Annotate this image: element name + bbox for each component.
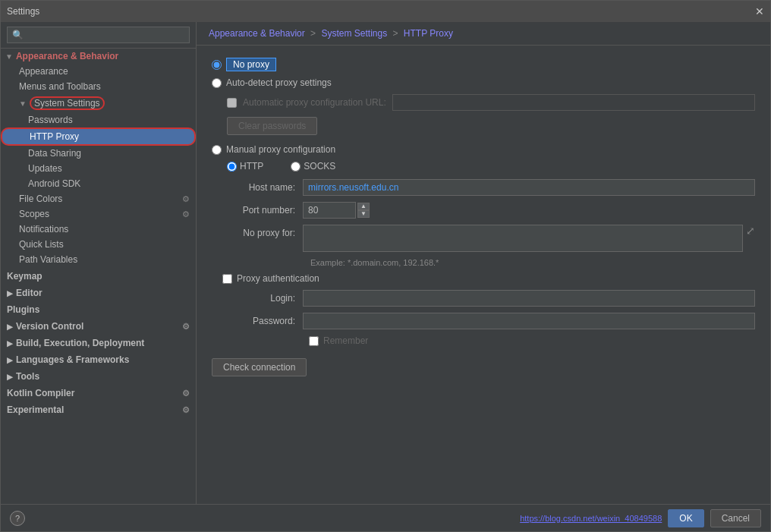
port-spinner: ▲ ▼ [357, 203, 370, 218]
sidebar-item-label: Path Variables [19, 254, 77, 265]
proxy-auth-row: Proxy authentication [222, 273, 755, 284]
cancel-button[interactable]: Cancel [710, 509, 761, 527]
sidebar-item-label: Appearance & Behavior [16, 51, 118, 61]
breadcrumb-part1: Appearance & Behavior [209, 28, 305, 39]
no-proxy-label[interactable]: No proxy [226, 58, 276, 71]
sidebar-item-label: Notifications [19, 224, 68, 235]
remember-checkbox[interactable] [309, 336, 319, 346]
sidebar-item-data-sharing[interactable]: Data Sharing [1, 146, 196, 161]
sidebar-item-kotlin-compiler[interactable]: Kotlin Compiler ⚙ [1, 384, 196, 401]
sidebar-item-label: Keymap [7, 271, 42, 282]
clear-passwords-button[interactable]: Clear passwords [227, 117, 317, 135]
login-label: Login: [212, 293, 303, 304]
sidebar-item-label: Tools [16, 371, 39, 382]
host-row: Host name: [212, 179, 755, 196]
port-label: Port number: [212, 205, 303, 216]
breadcrumb-part3: HTTP Proxy [404, 28, 453, 39]
settings-window: Settings ✕ ▼ Appearance & Behavior Appea… [0, 0, 771, 532]
sidebar-item-appearance-behavior[interactable]: ▼ Appearance & Behavior [1, 49, 196, 64]
sidebar-item-notifications[interactable]: Notifications [1, 222, 196, 237]
auto-detect-radio[interactable] [212, 78, 222, 88]
auto-detect-label[interactable]: Auto-detect proxy settings [226, 77, 332, 88]
remember-label[interactable]: Remember [323, 335, 368, 346]
sidebar-item-system-settings[interactable]: ▼ System Settings [1, 94, 196, 112]
sidebar-item-languages-frameworks[interactable]: ▶ Languages & Frameworks [1, 351, 196, 367]
bottom-bar: ? https://blog.csdn.net/weixin_40849588 … [1, 504, 770, 531]
password-input[interactable] [303, 313, 755, 329]
sidebar-item-keymap[interactable]: Keymap [1, 267, 196, 284]
socks-label[interactable]: SOCKS [304, 161, 335, 172]
http-label[interactable]: HTTP [240, 161, 263, 172]
sidebar-item-quick-lists[interactable]: Quick Lists [1, 237, 196, 252]
sidebar-item-passwords[interactable]: Passwords [1, 112, 196, 127]
sidebar-item-build-execution[interactable]: ▶ Build, Execution, Deployment [1, 334, 196, 351]
sidebar-item-label: Version Control [16, 321, 83, 332]
example-text: Example: *.domain.com, 192.168.* [310, 258, 755, 267]
sidebar-item-label: Build, Execution, Deployment [16, 338, 144, 348]
sidebar-item-file-colors[interactable]: File Colors ⚙ [1, 191, 196, 206]
no-proxy-for-input[interactable] [303, 225, 743, 252]
sidebar-item-plugins[interactable]: Plugins [1, 301, 196, 317]
host-input[interactable] [303, 179, 755, 196]
proxy-auth-checkbox[interactable] [222, 274, 232, 284]
settings-icon: ⚙ [182, 405, 190, 415]
sidebar-item-menus-toolbars[interactable]: Menus and Toolbars [1, 79, 196, 94]
expand-arrow: ▼ [5, 52, 13, 61]
login-input[interactable] [303, 290, 755, 307]
sidebar-item-label: Kotlin Compiler [7, 388, 74, 398]
port-input[interactable] [303, 202, 356, 219]
no-proxy-radio[interactable] [212, 60, 222, 70]
sidebar-item-label: System Settings [30, 96, 105, 110]
sidebar-item-scopes[interactable]: Scopes ⚙ [1, 206, 196, 222]
port-row: Port number: ▲ ▼ [212, 202, 755, 219]
sidebar-item-label: Editor [16, 288, 42, 298]
sidebar-item-label: Passwords [28, 115, 73, 125]
manual-proxy-row: Manual proxy configuration [212, 144, 755, 155]
auto-config-input[interactable] [392, 94, 755, 111]
sidebar-item-label: Menus and Toolbars [19, 81, 101, 92]
port-down-button[interactable]: ▼ [357, 210, 370, 218]
check-connection-button[interactable]: Check connection [212, 358, 307, 376]
sidebar-item-version-control[interactable]: ▶ Version Control ⚙ [1, 317, 196, 334]
manual-proxy-radio[interactable] [212, 145, 222, 155]
settings-icon: ⚙ [182, 389, 190, 398]
expand-arrow: ▼ [19, 99, 27, 108]
sidebar-item-label: Data Sharing [28, 148, 81, 159]
help-button[interactable]: ? [10, 511, 25, 526]
sidebar-item-editor[interactable]: ▶ Editor [1, 284, 196, 301]
close-button[interactable]: ✕ [755, 5, 764, 17]
search-bar [1, 22, 196, 49]
password-row: Password: [212, 313, 755, 329]
socks-radio[interactable] [291, 162, 301, 172]
sidebar-item-appearance[interactable]: Appearance [1, 64, 196, 79]
right-panel: Appearance & Behavior > System Settings … [197, 22, 770, 504]
proxy-auth-label[interactable]: Proxy authentication [237, 273, 319, 284]
sidebar-item-http-proxy[interactable]: HTTP Proxy [1, 127, 196, 146]
url-link[interactable]: https://blog.csdn.net/weixin_40849588 [520, 514, 662, 523]
sidebar-item-label: Experimental [7, 405, 64, 415]
expand-arrow: ▶ [7, 373, 13, 381]
expand-arrow: ▶ [7, 356, 13, 364]
sidebar-item-android-sdk[interactable]: Android SDK [1, 176, 196, 191]
breadcrumb-sep2: > [392, 28, 400, 39]
settings-icon: ⚙ [182, 194, 190, 204]
ok-button[interactable]: OK [668, 509, 703, 527]
sidebar-item-tools[interactable]: ▶ Tools [1, 367, 196, 384]
breadcrumb-part2: System Settings [321, 28, 387, 39]
no-proxy-for-label: No proxy for: [212, 225, 303, 238]
sidebar-item-label: Android SDK [28, 178, 80, 189]
sidebar-item-label: Languages & Frameworks [16, 354, 129, 365]
search-input[interactable] [7, 27, 190, 43]
sidebar-item-path-variables[interactable]: Path Variables [1, 252, 196, 267]
http-radio[interactable] [227, 162, 237, 172]
sidebar: ▼ Appearance & Behavior Appearance Menus… [1, 22, 197, 504]
bottom-left: ? [10, 511, 25, 526]
manual-proxy-label[interactable]: Manual proxy configuration [226, 144, 335, 155]
auto-config-checkbox[interactable] [227, 98, 237, 108]
sidebar-item-label: HTTP Proxy [30, 131, 79, 142]
sidebar-item-updates[interactable]: Updates [1, 161, 196, 176]
port-up-button[interactable]: ▲ [357, 203, 370, 210]
expand-icon: ⤢ [746, 225, 755, 237]
sidebar-item-label: Plugins [7, 304, 39, 315]
sidebar-item-experimental[interactable]: Experimental ⚙ [1, 401, 196, 417]
